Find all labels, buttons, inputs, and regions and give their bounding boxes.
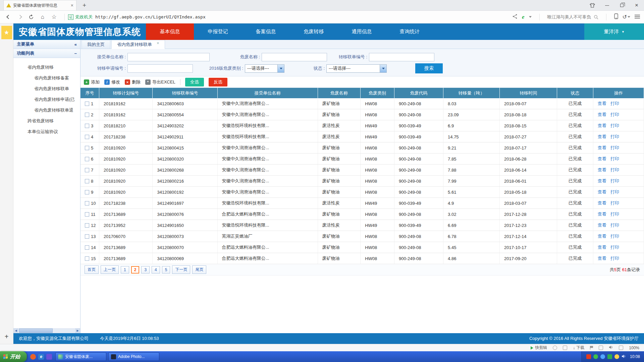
print-link[interactable]: 打印 — [610, 178, 619, 183]
print-link[interactable]: 打印 — [610, 189, 619, 194]
nav-item[interactable]: 危废转移 — [290, 23, 338, 40]
view-link[interactable]: 查看 — [598, 234, 606, 239]
row-checkbox[interactable] — [85, 212, 89, 217]
search-button[interactable]: 搜索 — [415, 63, 443, 73]
page-number-button[interactable]: 5 — [162, 266, 170, 274]
export-excel-button[interactable]: * 导出EXCEL — [145, 79, 175, 85]
view-link[interactable]: 查看 — [598, 189, 606, 194]
quick-launch-media-icon[interactable] — [46, 354, 52, 360]
url-text[interactable]: http://gf.aepb.gov.cn/LigerUI/QYIndex.as… — [95, 14, 206, 19]
row-checkbox[interactable] — [85, 124, 89, 128]
forward-icon[interactable] — [15, 13, 24, 21]
tray-volume-icon[interactable] — [622, 354, 626, 360]
row-checkbox[interactable] — [85, 201, 89, 205]
tray-icon[interactable] — [593, 354, 598, 359]
apply-no-input[interactable] — [127, 64, 193, 73]
fullscreen-icon[interactable] — [619, 346, 623, 350]
row-checkbox[interactable] — [85, 102, 89, 106]
menu-icon[interactable] — [635, 14, 640, 20]
select-dropdown-icon[interactable] — [277, 65, 284, 72]
sidebar-item[interactable]: 跨省危废转移 — [13, 116, 80, 126]
tray-icon[interactable] — [614, 354, 619, 359]
back-icon[interactable] — [4, 13, 13, 21]
quick-clip-button[interactable]: 快剪辑 — [531, 345, 547, 351]
view-link[interactable]: 查看 — [598, 167, 606, 172]
add-button[interactable]: + 添加 — [84, 79, 100, 85]
bookmark-star-icon[interactable]: ☆ — [50, 13, 58, 21]
edit-button[interactable]: / 修改 — [104, 79, 120, 85]
page-next-button[interactable]: 下一页 — [172, 265, 190, 274]
row-checkbox[interactable] — [85, 223, 89, 228]
mobile-view-icon[interactable] — [614, 13, 618, 20]
nav-item[interactable]: 申报登记 — [194, 23, 242, 40]
print-link[interactable]: 打印 — [610, 212, 619, 217]
tab-close-icon[interactable]: × — [157, 41, 159, 46]
user-menu[interactable]: 董洋洋 ▼ — [584, 23, 644, 40]
browser-search-box[interactable]: 唯江湖与美人不可辜负 — [547, 14, 598, 20]
view-link[interactable]: 查看 — [598, 223, 606, 228]
share-icon[interactable] — [512, 14, 518, 20]
sidebar-item[interactable]: 本单位运输协议 — [13, 126, 80, 137]
minimize-button[interactable] — [600, 0, 614, 11]
row-checkbox[interactable] — [85, 245, 89, 250]
print-link[interactable]: 打印 — [610, 112, 619, 117]
view-link[interactable]: 查看 — [598, 101, 606, 106]
print-link[interactable]: 打印 — [610, 145, 619, 150]
print-link[interactable]: 打印 — [610, 101, 619, 106]
sidebar-function-list-header[interactable]: 功能列表 − — [13, 49, 80, 58]
zoom-level[interactable]: 100% — [629, 346, 639, 350]
delete-button[interactable]: × 删除 — [125, 79, 141, 85]
view-link[interactable]: 查看 — [598, 112, 606, 117]
ie-mode-icon[interactable]: e — [522, 14, 525, 20]
print-link[interactable]: 打印 — [610, 234, 619, 239]
sidebar-item[interactable]: 省内危废转移联单退 — [13, 105, 80, 116]
tray-icon[interactable] — [607, 354, 612, 359]
tray-icon[interactable] — [600, 354, 605, 359]
view-link[interactable]: 查看 — [598, 134, 606, 139]
site-cert-badge[interactable]: 证 党政机关 — [68, 14, 93, 20]
sidebar-item[interactable]: 省内危废转移 — [13, 62, 80, 73]
home-icon[interactable]: ⌂ — [38, 13, 47, 21]
new-tab-button[interactable]: + — [80, 0, 89, 10]
tab-close-icon[interactable]: × — [71, 3, 73, 8]
pin-icon[interactable] — [563, 346, 567, 350]
strip-add-icon[interactable]: + — [5, 333, 9, 341]
restore-button[interactable] — [614, 0, 629, 11]
page-last-button[interactable]: 尾页 — [192, 265, 206, 274]
row-checkbox[interactable] — [85, 179, 89, 183]
tray-ime-icon[interactable] — [586, 354, 591, 359]
quick-launch-ie-icon[interactable]: e — [38, 354, 44, 360]
manifest-no-input[interactable] — [369, 53, 434, 61]
chevron-down-icon[interactable] — [529, 16, 532, 18]
close-button[interactable]: × — [629, 0, 644, 11]
undo-history-control[interactable]: ↺ — [623, 14, 630, 20]
row-checkbox[interactable] — [85, 256, 89, 261]
row-checkbox[interactable] — [85, 168, 89, 172]
content-tab[interactable]: 省内危废转移联单× — [111, 40, 165, 49]
row-checkbox[interactable] — [85, 135, 89, 139]
accept-unit-input[interactable] — [127, 53, 210, 61]
nav-item[interactable]: 基本信息 — [146, 23, 194, 40]
adblock-icon[interactable] — [553, 346, 557, 350]
print-link[interactable]: 打印 — [610, 200, 619, 205]
status-select[interactable]: ---请选择--- — [326, 64, 387, 73]
page-icon[interactable] — [599, 346, 603, 350]
download-button[interactable]: ↓ 下载 — [573, 345, 584, 351]
favorites-star-icon[interactable]: ★ — [1, 26, 12, 39]
view-link[interactable]: 查看 — [598, 178, 606, 183]
flag-icon[interactable] — [590, 346, 593, 350]
sidebar-scrollbar[interactable]: ◀ ▶ — [13, 328, 80, 333]
page-number-button[interactable]: 3 — [141, 266, 150, 274]
invert-select-button[interactable]: 反选 — [209, 78, 227, 86]
class2016-select[interactable]: ---请选择--- — [245, 64, 284, 73]
undo-icon[interactable]: ↺ — [623, 14, 627, 20]
print-link[interactable]: 打印 — [610, 245, 619, 250]
refresh-icon[interactable] — [27, 13, 36, 21]
page-first-button[interactable]: 首页 — [85, 265, 99, 274]
view-link[interactable]: 查看 — [598, 212, 606, 217]
print-link[interactable]: 打印 — [610, 134, 619, 139]
select-dropdown-icon[interactable] — [380, 65, 386, 72]
address-bar[interactable]: 证 党政机关 http://gf.aepb.gov.cn/LigerUI/QYI… — [68, 14, 512, 20]
scroll-left-icon[interactable]: ◀ — [13, 328, 18, 333]
print-link[interactable]: 打印 — [610, 167, 619, 172]
